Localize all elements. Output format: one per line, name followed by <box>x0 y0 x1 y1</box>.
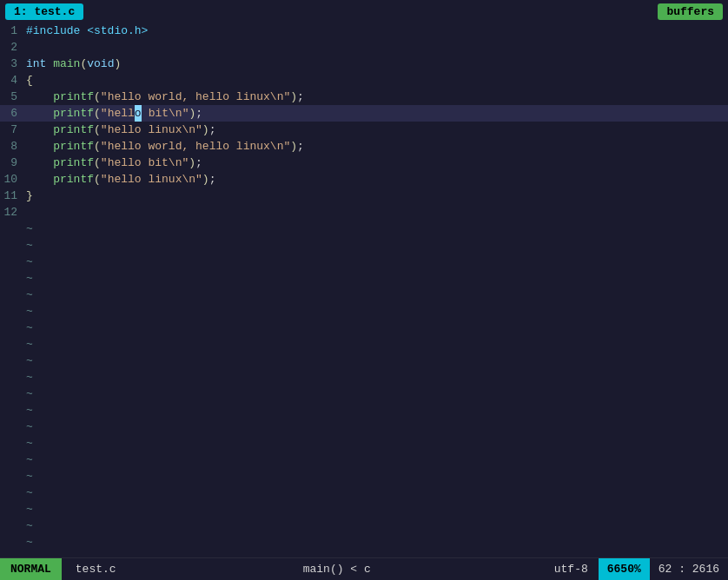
token-string: "hello world, hello linux\n" <box>101 140 290 153</box>
token-paren: ) <box>202 123 209 136</box>
tilde-marker: ~ <box>24 320 728 336</box>
tilde-marker: ~ <box>24 517 728 534</box>
code-line: 3int main(void) <box>0 56 728 72</box>
line-number: 11 <box>0 188 24 204</box>
token-preprocessor: #include <stdio.h> <box>26 24 148 37</box>
line-number: 3 <box>0 56 24 72</box>
line-content: printf("hello bit\n"); <box>24 155 728 171</box>
token-string: "hello world, hello linux\n" <box>101 90 290 103</box>
code-line: 8 printf("hello world, hello linux\n"); <box>0 138 728 155</box>
line-content: printf("hello world, hello linux\n"); <box>24 89 728 105</box>
token-paren: ( <box>94 173 101 186</box>
line-content: #include <stdio.h> <box>24 23 728 39</box>
line-number: 9 <box>0 155 24 171</box>
token-paren: ) <box>189 156 195 169</box>
line-number-empty <box>0 468 24 484</box>
tilde-line: ~ <box>0 550 728 557</box>
tilde-line: ~ <box>0 386 728 402</box>
token-paren: ( <box>94 107 101 120</box>
tilde-marker: ~ <box>24 287 728 303</box>
token-paren: ( <box>94 140 101 153</box>
status-lineinfo: 62 : 2616 <box>650 563 728 576</box>
line-content <box>24 39 728 56</box>
code-line: 10 printf("hello linux\n"); <box>0 171 728 188</box>
tilde-marker: ~ <box>24 336 728 353</box>
tilde-line: ~ <box>0 320 728 336</box>
line-number-empty <box>0 353 24 369</box>
line-number: 8 <box>0 138 24 155</box>
line-number-empty <box>0 402 24 419</box>
line-number: 12 <box>0 204 24 221</box>
token-string: "hello linux\n" <box>101 173 202 186</box>
status-percent: 6650% <box>599 558 650 580</box>
line-content: printf("hello world, hello linux\n"); <box>24 138 728 155</box>
tilde-line: ~ <box>0 287 728 303</box>
line-number-empty <box>0 237 24 254</box>
token-string: bit\n" <box>142 107 189 120</box>
line-number: 2 <box>0 39 24 56</box>
line-number-empty <box>0 303 24 320</box>
tilde-marker: ~ <box>24 435 728 451</box>
token-paren: ) <box>290 140 297 153</box>
line-number: 5 <box>0 89 24 105</box>
tilde-line: ~ <box>0 402 728 419</box>
line-number-empty <box>0 336 24 353</box>
tilde-line: ~ <box>0 369 728 386</box>
tilde-line: ~ <box>0 419 728 435</box>
token-brace: { <box>26 74 33 87</box>
status-position: main() < c <box>130 563 544 576</box>
line-content: int main(void) <box>24 56 728 72</box>
line-number-empty <box>0 254 24 270</box>
tilde-line: ~ <box>0 254 728 270</box>
cursor: o <box>135 105 142 122</box>
tilde-line: ~ <box>0 484 728 501</box>
token-paren: ( <box>94 90 101 103</box>
tilde-line: ~ <box>0 501 728 517</box>
tab-bar: 1: test.c buffers <box>0 0 728 23</box>
code-line: 5 printf("hello world, hello linux\n"); <box>0 89 728 105</box>
code-line: 11} <box>0 188 728 204</box>
token-func: printf <box>26 173 94 186</box>
code-line: 12 <box>0 204 728 221</box>
line-number-empty <box>0 534 24 550</box>
token-keyword: int <box>26 57 46 70</box>
tilde-line: ~ <box>0 517 728 534</box>
active-tab[interactable]: 1: test.c <box>5 3 83 20</box>
tilde-marker: ~ <box>24 484 728 501</box>
tilde-line: ~ <box>0 534 728 550</box>
code-line: 2 <box>0 39 728 56</box>
tilde-line: ~ <box>0 451 728 468</box>
tilde-line: ~ <box>0 336 728 353</box>
line-number-empty <box>0 221 24 237</box>
tilde-marker: ~ <box>24 369 728 386</box>
editor-area[interactable]: 1#include <stdio.h>23int main(void)4{5 p… <box>0 23 728 557</box>
tilde-marker: ~ <box>24 402 728 419</box>
line-number-empty <box>0 550 24 557</box>
token-semi: ; <box>195 156 202 169</box>
line-content <box>24 204 728 221</box>
tilde-marker: ~ <box>24 419 728 435</box>
tilde-marker: ~ <box>24 353 728 369</box>
token-paren: ) <box>290 90 297 103</box>
code-line: 1#include <stdio.h> <box>0 23 728 39</box>
line-content: { <box>24 72 728 89</box>
tilde-marker: ~ <box>24 270 728 287</box>
tilde-marker: ~ <box>24 451 728 468</box>
token-paren: ( <box>94 156 101 169</box>
tilde-marker: ~ <box>24 254 728 270</box>
buffers-button[interactable]: buffers <box>658 3 723 20</box>
token-func: main <box>53 57 80 70</box>
status-filename: test.c <box>62 563 130 576</box>
token-string: "hell <box>101 107 135 120</box>
token-paren: ( <box>94 123 101 136</box>
line-number-empty <box>0 451 24 468</box>
token-semi: ; <box>209 173 216 186</box>
token-string: "hello bit\n" <box>101 156 189 169</box>
token-func: printf <box>26 156 94 169</box>
token-paren: ) <box>114 57 121 70</box>
token-keyword: void <box>87 57 114 70</box>
line-number: 7 <box>0 122 24 138</box>
line-number-empty <box>0 435 24 451</box>
code-line: 4{ <box>0 72 728 89</box>
code-line: 7 printf("hello linux\n"); <box>0 122 728 138</box>
